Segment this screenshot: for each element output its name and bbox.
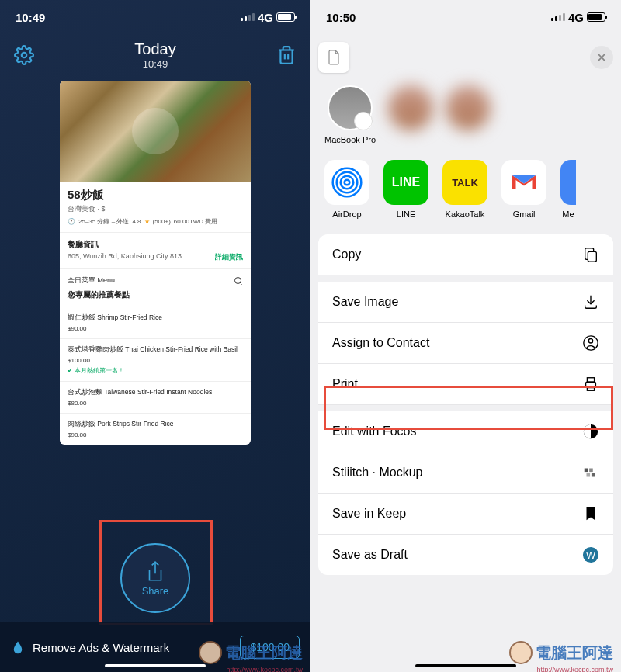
home-indicator[interactable] xyxy=(105,664,206,667)
svg-point-16 xyxy=(588,339,593,344)
app-kakao[interactable]: TALKKakaoTalk xyxy=(442,160,487,219)
contact-macbook[interactable]: MacBook Pro xyxy=(324,85,376,144)
stitch-icon xyxy=(582,464,599,481)
menu-item[interactable]: 泰式塔香雞肉炒飯 Thai Chicken Stir-Fried Rice wi… xyxy=(60,338,251,381)
menu-item[interactable]: 蝦仁炒飯 Shrimp Stir-Fried Rice $90.00 xyxy=(60,307,251,338)
svg-rect-24 xyxy=(587,473,591,477)
action-draft[interactable]: Save as Draft W xyxy=(318,535,613,575)
svg-rect-25 xyxy=(592,473,595,477)
share-apps: AirDrop LINELINE TALKKakaoTalk Gmail Me xyxy=(318,160,613,219)
page-title: Today xyxy=(134,40,175,58)
info-heading: 餐廳資訊 xyxy=(68,239,243,250)
svg-line-4 xyxy=(240,282,241,284)
svg-point-10 xyxy=(345,180,350,185)
detail-link[interactable]: 詳細資訊 xyxy=(215,252,243,262)
document-icon[interactable] xyxy=(318,42,349,73)
download-icon xyxy=(582,293,599,310)
network-label: 4G xyxy=(258,11,273,24)
close-icon xyxy=(596,52,607,63)
svg-text:W: W xyxy=(586,549,596,561)
restaurant-meta: 🕐25–35 分鐘 – 外送 4.8★(500+) 60.00TWD 費用 xyxy=(68,217,243,226)
airdrop-icon xyxy=(331,167,363,198)
action-stitch[interactable]: Stiiitch · Mockup xyxy=(318,452,613,494)
signal-icon xyxy=(241,13,255,21)
restaurant-subtitle: 台灣美食 · $ xyxy=(68,204,243,214)
share-sheet: MacBook Pro AirDrop LINELINE TALKKakaoTa… xyxy=(318,42,613,672)
contact-blurred[interactable] xyxy=(388,85,433,144)
trash-icon[interactable] xyxy=(276,45,297,65)
svg-rect-14 xyxy=(588,251,596,262)
drop-icon xyxy=(11,639,25,656)
right-screenshot: 10:50 4G MacBook Pro xyxy=(310,0,621,672)
page-subtitle: 10:49 xyxy=(134,58,175,70)
svg-rect-22 xyxy=(585,469,588,473)
status-time: 10:50 xyxy=(326,11,356,24)
airdrop-contacts: MacBook Pro xyxy=(318,85,613,144)
copy-icon xyxy=(582,246,599,263)
settings-icon[interactable] xyxy=(14,45,34,65)
app-more[interactable]: Me xyxy=(560,160,576,219)
svg-point-0 xyxy=(22,53,27,58)
svg-point-11 xyxy=(341,176,354,189)
action-keep[interactable]: Save in Keep xyxy=(318,494,613,535)
app-gmail[interactable]: Gmail xyxy=(501,160,546,219)
svg-point-3 xyxy=(235,277,241,283)
svg-rect-23 xyxy=(589,469,593,473)
watermark: 電腦王阿達 http://www.kocpc.com.tw xyxy=(509,641,613,664)
action-assign-contact[interactable]: Assign to Contact xyxy=(318,323,613,364)
network-label: 4G xyxy=(568,11,584,24)
battery-icon xyxy=(276,12,295,22)
left-screenshot: 10:49 4G Today 10:49 58炒飯 台灣美食 · $ 🕐25–3… xyxy=(0,0,310,672)
screenshot-card: 58炒飯 台灣美食 · $ 🕐25–35 分鐘 – 外送 4.8★(500+) … xyxy=(60,81,251,445)
search-icon[interactable] xyxy=(234,276,243,286)
wordpress-icon: W xyxy=(582,546,599,563)
svg-point-9 xyxy=(359,117,369,127)
status-bar: 10:50 4G xyxy=(310,0,621,34)
status-time: 10:49 xyxy=(16,11,45,24)
app-line[interactable]: LINELINE xyxy=(383,160,428,219)
watermark: 電腦王阿達 http://www.kocpc.com.tw xyxy=(199,641,303,664)
bestseller-badge: ✔ 本月熱銷第一名！ xyxy=(68,366,243,375)
action-save-image[interactable]: Save Image xyxy=(318,282,613,323)
contact-blurred[interactable] xyxy=(446,85,491,144)
action-copy[interactable]: Copy xyxy=(318,234,613,275)
restaurant-title: 58炒飯 xyxy=(68,188,243,203)
rec-heading: 您專屬的推薦餐點 xyxy=(68,289,243,300)
contact-icon xyxy=(582,334,599,352)
menu-item[interactable]: 台式炒泡麵 Taiwanese Stir-Fried Instant Noodl… xyxy=(60,381,251,413)
app-header: Today 10:49 xyxy=(0,34,310,76)
bookmark-icon xyxy=(582,505,599,522)
menu-label: 全日菜單 Menu xyxy=(68,275,115,286)
svg-rect-18 xyxy=(587,378,594,383)
address: 605, Wunzih Rd, Kaohsiung City 813 xyxy=(68,252,182,262)
app-airdrop[interactable]: AirDrop xyxy=(324,160,369,219)
highlight-save-image xyxy=(324,386,613,430)
food-image xyxy=(60,81,251,182)
highlight-share xyxy=(99,520,213,625)
svg-point-7 xyxy=(363,120,366,123)
status-bar: 10:49 4G xyxy=(0,0,310,34)
svg-point-8 xyxy=(361,119,367,125)
signal-icon xyxy=(551,13,565,21)
close-button[interactable] xyxy=(590,46,613,69)
home-indicator[interactable] xyxy=(415,664,516,667)
menu-item[interactable]: 肉絲炒飯 Pork Strips Stir-Fried Rice $90.00 xyxy=(60,413,251,445)
gmail-icon xyxy=(510,171,538,193)
battery-icon xyxy=(587,12,605,22)
